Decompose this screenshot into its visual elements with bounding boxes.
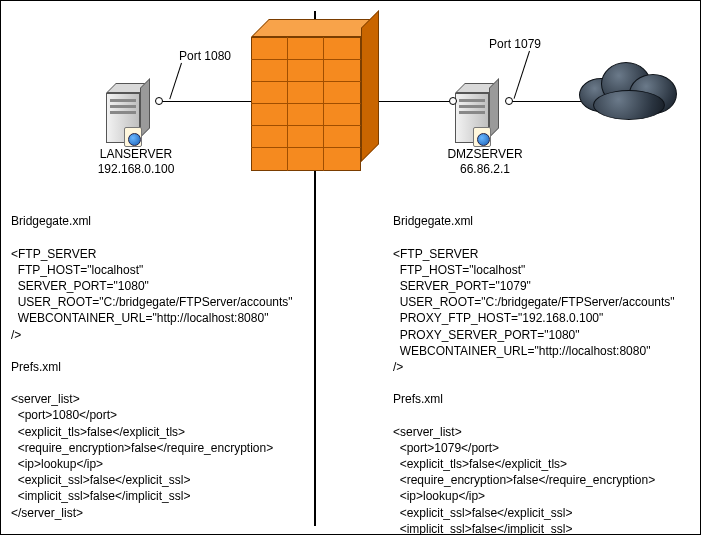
lan-ftp-root: USER_ROOT="C:/bridgegate/FTPServer/accou…	[11, 295, 293, 309]
dmz-prefs-renc: <require_encryption>false</require_encry…	[393, 473, 655, 487]
lan-config-text: Bridgegate.xml <FTP_SERVER FTP_HOST="loc…	[11, 197, 293, 521]
dmz-prefs-essl: <explicit_ssl>false</explicit_ssl>	[393, 506, 572, 520]
cloud-icon	[571, 56, 681, 126]
lan-server-icon: LANSERVER 192.168.0.100	[106, 71, 166, 151]
lan-server-ip: 192.168.0.100	[76, 162, 196, 177]
dmz-prefs-etls: <explicit_tls>false</explicit_tls>	[393, 457, 567, 471]
dmz-prefs-issl: <implicit_ssl>false</implicit_ssl>	[393, 522, 572, 535]
dmz-ftp-host: FTP_HOST="localhost"	[393, 263, 525, 277]
lan-ftp-close: />	[11, 328, 21, 342]
lan-prefs-renc: <require_encryption>false</require_encry…	[11, 441, 273, 455]
lan-ftp-open: <FTP_SERVER	[11, 247, 96, 261]
dmz-port-lead	[514, 51, 530, 99]
link-dmz-cloud	[509, 101, 581, 102]
lan-prefs-etls: <explicit_tls>false</explicit_tls>	[11, 425, 185, 439]
lan-prefs-filename: Prefs.xml	[11, 360, 61, 374]
dmz-connector-right-icon	[505, 97, 513, 105]
dmz-server-ip: 66.86.2.1	[425, 162, 545, 177]
lan-connector-icon	[155, 97, 163, 105]
dmz-server-icon: DMZSERVER 66.86.2.1	[455, 71, 515, 151]
dmz-ftp-pport: PROXY_SERVER_PORT="1080"	[393, 328, 580, 342]
lan-prefs-open: <server_list>	[11, 392, 80, 406]
lan-prefs-essl: <explicit_ssl>false</explicit_ssl>	[11, 473, 190, 487]
link-lan-firewall	[159, 101, 251, 102]
lan-ftp-host: FTP_HOST="localhost"	[11, 263, 143, 277]
link-firewall-dmz	[379, 101, 453, 102]
lan-server-label: LANSERVER 192.168.0.100	[76, 147, 196, 177]
dmz-prefs-ip: <ip>lookup</ip>	[393, 489, 485, 503]
lan-port-label: Port 1080	[179, 49, 231, 63]
dmz-ftp-web: WEBCONTAINER_URL="http://localhost:8080"	[393, 344, 650, 358]
dmz-ftp-open: <FTP_SERVER	[393, 247, 478, 261]
dmz-connector-left-icon	[449, 97, 457, 105]
dmz-server-name: DMZSERVER	[425, 147, 545, 162]
dmz-ftp-root: USER_ROOT="C:/bridgegate/FTPServer/accou…	[393, 295, 675, 309]
lan-ftp-port: SERVER_PORT="1080"	[11, 279, 149, 293]
dmz-prefs-filename: Prefs.xml	[393, 392, 443, 406]
lan-port-lead	[169, 63, 182, 99]
dmz-ftp-port: SERVER_PORT="1079"	[393, 279, 531, 293]
lan-prefs-port: <port>1080</port>	[11, 408, 117, 422]
lan-prefs-issl: <implicit_ssl>false</implicit_ssl>	[11, 489, 190, 503]
dmz-ftp-phost: PROXY_FTP_HOST="192.168.0.100"	[393, 311, 603, 325]
lan-ftp-web: WEBCONTAINER_URL="http://localhost:8080"	[11, 311, 268, 325]
dmz-server-label: DMZSERVER 66.86.2.1	[425, 147, 545, 177]
diagram-frame: LANSERVER 192.168.0.100 DMZSERVER 66.86.…	[0, 0, 701, 535]
firewall-icon	[251, 19, 379, 171]
dmz-ftp-close: />	[393, 360, 403, 374]
dmz-prefs-port: <port>1079</port>	[393, 441, 499, 455]
lan-server-name: LANSERVER	[76, 147, 196, 162]
lan-prefs-close: </server_list>	[11, 506, 83, 520]
dmz-prefs-open: <server_list>	[393, 425, 462, 439]
lan-prefs-ip: <ip>lookup</ip>	[11, 457, 103, 471]
dmz-port-label: Port 1079	[489, 37, 541, 51]
lan-bridgegate-filename: Bridgegate.xml	[11, 214, 91, 228]
dmz-bridgegate-filename: Bridgegate.xml	[393, 214, 473, 228]
dmz-config-text: Bridgegate.xml <FTP_SERVER FTP_HOST="loc…	[393, 197, 675, 535]
